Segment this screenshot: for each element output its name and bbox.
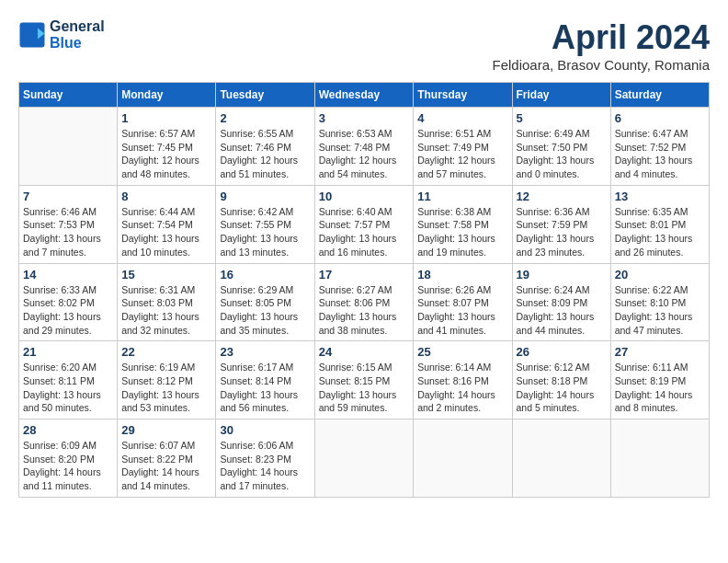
day-info: Sunrise: 6:36 AM Sunset: 7:59 PM Dayligh… bbox=[517, 205, 607, 259]
day-number: 21 bbox=[23, 345, 113, 359]
logo: General Blue bbox=[18, 18, 105, 52]
calendar-day-cell: 24Sunrise: 6:15 AM Sunset: 8:15 PM Dayli… bbox=[314, 341, 414, 419]
day-number: 30 bbox=[220, 423, 310, 437]
day-info: Sunrise: 6:11 AM Sunset: 8:19 PM Dayligh… bbox=[615, 361, 705, 415]
calendar-day-cell: 8Sunrise: 6:44 AM Sunset: 7:54 PM Daylig… bbox=[118, 185, 216, 263]
day-number: 22 bbox=[121, 345, 211, 359]
day-info: Sunrise: 6:46 AM Sunset: 7:53 PM Dayligh… bbox=[23, 205, 113, 259]
day-number: 23 bbox=[220, 345, 310, 359]
calendar-day-cell: 27Sunrise: 6:11 AM Sunset: 8:19 PM Dayli… bbox=[610, 341, 709, 419]
weekday-header-row: SundayMondayTuesdayWednesdayThursdayFrid… bbox=[19, 83, 710, 108]
calendar-day-cell: 17Sunrise: 6:27 AM Sunset: 8:06 PM Dayli… bbox=[314, 263, 414, 341]
day-number: 16 bbox=[220, 268, 310, 282]
day-number: 19 bbox=[517, 268, 607, 282]
calendar-day-cell: 9Sunrise: 6:42 AM Sunset: 7:55 PM Daylig… bbox=[216, 185, 314, 263]
calendar-day-cell: 28Sunrise: 6:09 AM Sunset: 8:20 PM Dayli… bbox=[19, 419, 118, 498]
calendar-day-cell: 29Sunrise: 6:07 AM Sunset: 8:22 PM Dayli… bbox=[118, 419, 216, 498]
calendar-day-cell: 10Sunrise: 6:40 AM Sunset: 7:57 PM Dayli… bbox=[314, 185, 414, 263]
calendar-day-cell: 25Sunrise: 6:14 AM Sunset: 8:16 PM Dayli… bbox=[414, 341, 512, 419]
calendar-day-cell: 20Sunrise: 6:22 AM Sunset: 8:10 PM Dayli… bbox=[610, 263, 709, 341]
day-number: 25 bbox=[417, 345, 507, 359]
calendar-day-cell bbox=[414, 419, 512, 498]
day-number: 10 bbox=[319, 190, 410, 203]
day-info: Sunrise: 6:53 AM Sunset: 7:48 PM Dayligh… bbox=[319, 127, 410, 181]
calendar-day-cell: 3Sunrise: 6:53 AM Sunset: 7:48 PM Daylig… bbox=[314, 108, 414, 186]
calendar-day-cell: 12Sunrise: 6:36 AM Sunset: 7:59 PM Dayli… bbox=[512, 185, 610, 263]
calendar-day-cell: 16Sunrise: 6:29 AM Sunset: 8:05 PM Dayli… bbox=[216, 263, 314, 341]
day-info: Sunrise: 6:47 AM Sunset: 7:52 PM Dayligh… bbox=[615, 127, 705, 181]
calendar-week-row: 7Sunrise: 6:46 AM Sunset: 7:53 PM Daylig… bbox=[19, 185, 710, 263]
day-number: 13 bbox=[615, 190, 705, 203]
day-number: 29 bbox=[121, 423, 211, 437]
weekday-header-thursday: Thursday bbox=[414, 83, 512, 108]
day-info: Sunrise: 6:29 AM Sunset: 8:05 PM Dayligh… bbox=[220, 283, 310, 338]
day-number: 6 bbox=[615, 111, 705, 125]
day-number: 9 bbox=[220, 190, 310, 203]
day-number: 27 bbox=[615, 345, 705, 359]
day-info: Sunrise: 6:15 AM Sunset: 8:15 PM Dayligh… bbox=[319, 361, 410, 415]
day-info: Sunrise: 6:55 AM Sunset: 7:46 PM Dayligh… bbox=[220, 127, 310, 181]
day-info: Sunrise: 6:12 AM Sunset: 8:18 PM Dayligh… bbox=[517, 361, 607, 415]
day-number: 8 bbox=[121, 190, 211, 203]
day-info: Sunrise: 6:14 AM Sunset: 8:16 PM Dayligh… bbox=[417, 361, 507, 415]
logo-icon bbox=[18, 21, 46, 49]
title-block: April 2024 Feldioara, Brasov County, Rom… bbox=[493, 18, 711, 73]
calendar-day-cell: 21Sunrise: 6:20 AM Sunset: 8:11 PM Dayli… bbox=[19, 341, 118, 419]
weekday-header-friday: Friday bbox=[512, 83, 610, 108]
day-number: 28 bbox=[23, 423, 113, 437]
day-number: 5 bbox=[517, 111, 607, 125]
day-number: 2 bbox=[220, 111, 310, 125]
day-number: 1 bbox=[121, 111, 211, 125]
day-info: Sunrise: 6:49 AM Sunset: 7:50 PM Dayligh… bbox=[517, 127, 607, 181]
calendar-day-cell: 1Sunrise: 6:57 AM Sunset: 7:45 PM Daylig… bbox=[118, 108, 216, 186]
day-info: Sunrise: 6:27 AM Sunset: 8:06 PM Dayligh… bbox=[319, 283, 410, 338]
calendar-day-cell: 26Sunrise: 6:12 AM Sunset: 8:18 PM Dayli… bbox=[512, 341, 610, 419]
calendar-day-cell: 19Sunrise: 6:24 AM Sunset: 8:09 PM Dayli… bbox=[512, 263, 610, 341]
day-number: 7 bbox=[23, 190, 113, 203]
calendar-day-cell bbox=[610, 419, 709, 498]
calendar-week-row: 21Sunrise: 6:20 AM Sunset: 8:11 PM Dayli… bbox=[19, 341, 710, 419]
page-header: General Blue April 2024 Feldioara, Braso… bbox=[18, 18, 710, 73]
day-number: 15 bbox=[121, 268, 211, 282]
day-number: 3 bbox=[319, 111, 410, 125]
calendar-table: SundayMondayTuesdayWednesdayThursdayFrid… bbox=[18, 82, 710, 498]
day-number: 14 bbox=[23, 268, 113, 282]
calendar-day-cell: 14Sunrise: 6:33 AM Sunset: 8:02 PM Dayli… bbox=[19, 263, 118, 341]
day-info: Sunrise: 6:09 AM Sunset: 8:20 PM Dayligh… bbox=[23, 439, 113, 493]
calendar-week-row: 14Sunrise: 6:33 AM Sunset: 8:02 PM Dayli… bbox=[19, 263, 710, 341]
day-info: Sunrise: 6:42 AM Sunset: 7:55 PM Dayligh… bbox=[220, 205, 310, 259]
calendar-day-cell: 15Sunrise: 6:31 AM Sunset: 8:03 PM Dayli… bbox=[118, 263, 216, 341]
calendar-day-cell: 30Sunrise: 6:06 AM Sunset: 8:23 PM Dayli… bbox=[216, 419, 314, 498]
calendar-week-row: 28Sunrise: 6:09 AM Sunset: 8:20 PM Dayli… bbox=[19, 419, 710, 498]
day-info: Sunrise: 6:06 AM Sunset: 8:23 PM Dayligh… bbox=[220, 439, 310, 493]
day-number: 26 bbox=[517, 345, 607, 359]
weekday-header-monday: Monday bbox=[118, 83, 216, 108]
day-info: Sunrise: 6:31 AM Sunset: 8:03 PM Dayligh… bbox=[121, 283, 211, 338]
calendar-day-cell: 7Sunrise: 6:46 AM Sunset: 7:53 PM Daylig… bbox=[19, 185, 118, 263]
day-number: 20 bbox=[615, 268, 705, 282]
calendar-week-row: 1Sunrise: 6:57 AM Sunset: 7:45 PM Daylig… bbox=[19, 108, 710, 186]
calendar-day-cell bbox=[314, 419, 414, 498]
calendar-day-cell: 2Sunrise: 6:55 AM Sunset: 7:46 PM Daylig… bbox=[216, 108, 314, 186]
weekday-header-tuesday: Tuesday bbox=[216, 83, 314, 108]
day-info: Sunrise: 6:22 AM Sunset: 8:10 PM Dayligh… bbox=[615, 283, 705, 338]
weekday-header-saturday: Saturday bbox=[610, 83, 709, 108]
day-number: 4 bbox=[417, 111, 507, 125]
day-info: Sunrise: 6:38 AM Sunset: 7:58 PM Dayligh… bbox=[417, 205, 507, 259]
weekday-header-sunday: Sunday bbox=[19, 83, 118, 108]
day-info: Sunrise: 6:26 AM Sunset: 8:07 PM Dayligh… bbox=[417, 283, 507, 338]
day-number: 24 bbox=[319, 345, 410, 359]
calendar-day-cell: 13Sunrise: 6:35 AM Sunset: 8:01 PM Dayli… bbox=[610, 185, 709, 263]
weekday-header-wednesday: Wednesday bbox=[314, 83, 414, 108]
month-title: April 2024 bbox=[493, 18, 711, 57]
logo-text: General Blue bbox=[50, 18, 105, 52]
day-info: Sunrise: 6:35 AM Sunset: 8:01 PM Dayligh… bbox=[615, 205, 705, 259]
day-info: Sunrise: 6:51 AM Sunset: 7:49 PM Dayligh… bbox=[417, 127, 507, 181]
calendar-body: 1Sunrise: 6:57 AM Sunset: 7:45 PM Daylig… bbox=[19, 108, 710, 498]
day-info: Sunrise: 6:20 AM Sunset: 8:11 PM Dayligh… bbox=[23, 361, 113, 415]
calendar-day-cell: 18Sunrise: 6:26 AM Sunset: 8:07 PM Dayli… bbox=[414, 263, 512, 341]
day-number: 17 bbox=[319, 268, 410, 282]
calendar-day-cell: 5Sunrise: 6:49 AM Sunset: 7:50 PM Daylig… bbox=[512, 108, 610, 186]
calendar-day-cell: 11Sunrise: 6:38 AM Sunset: 7:58 PM Dayli… bbox=[414, 185, 512, 263]
day-number: 12 bbox=[517, 190, 607, 203]
